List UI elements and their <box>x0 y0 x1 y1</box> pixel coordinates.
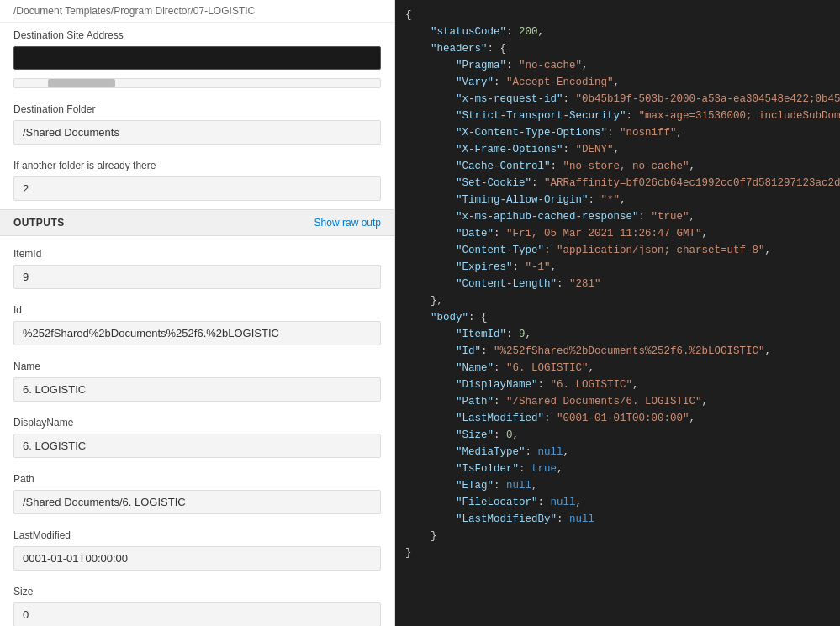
json-line: "Vary": "Accept-Encoding", <box>405 74 830 91</box>
json-line: "x-ms-request-id": "0b45b19f-503b-2000-a… <box>405 91 830 108</box>
json-line: "body": { <box>405 309 830 326</box>
json-line: "Strict-Transport-Security": "max-age=31… <box>405 108 830 124</box>
json-line: "IsFolder": true, <box>405 460 830 477</box>
json-line: "x-ms-apihub-cached-response": "true", <box>405 208 830 225</box>
json-line: "ETag": null, <box>405 477 830 494</box>
json-line: } <box>405 528 830 544</box>
json-line: "statusCode": 200, <box>405 24 830 40</box>
if-another-value: 2 <box>13 176 381 201</box>
json-line: "Size": 0, <box>405 427 830 444</box>
field-label-itemid: ItemId <box>0 241 394 263</box>
field-label-lastmodified: LastModified <box>0 523 394 544</box>
json-line: "Id": "%252fShared%2bDocuments%252f6.%2b… <box>405 343 830 360</box>
field-label-size: Size <box>0 579 394 601</box>
field-value-size: 0 <box>13 602 381 626</box>
json-line: "Expires": "-1", <box>405 259 830 276</box>
json-line: "Content-Length": "281" <box>405 276 830 292</box>
field-value-name: 6. LOGISTIC <box>13 377 381 402</box>
json-line: "LastModified": "0001-01-01T00:00:00", <box>405 410 830 427</box>
destination-site-input[interactable] <box>13 46 381 70</box>
json-line: "MediaType": null, <box>405 444 830 460</box>
json-line: { <box>405 7 830 24</box>
json-line: "headers": { <box>405 40 830 57</box>
field-label-id: Id <box>0 297 394 319</box>
json-line: "LastModifiedBy": null <box>405 511 830 528</box>
field-value-lastmodified: 0001-01-01T00:00:00 <box>13 546 381 571</box>
json-line: "X-Frame-Options": "DENY", <box>405 141 830 158</box>
field-label-name: Name <box>0 354 394 376</box>
json-line: }, <box>405 292 830 309</box>
json-line: "X-Content-Type-Options": "nosniff", <box>405 124 830 141</box>
breadcrumb: /Document Templates/Program Director/07-… <box>0 0 394 23</box>
destination-site-row <box>13 46 381 70</box>
destination-folder-value: /Shared Documents <box>13 120 381 145</box>
field-label-path: Path <box>0 466 394 488</box>
json-line: "Pragma": "no-cache", <box>405 57 830 74</box>
json-line: "Path": "/Shared Documents/6. LOGISTIC", <box>405 393 830 410</box>
field-value-path: /Shared Documents/6. LOGISTIC <box>13 490 381 514</box>
right-panel: { "statusCode": 200, "headers": { "Pragm… <box>395 0 840 626</box>
json-line: "Content-Type": "application/json; chars… <box>405 242 830 259</box>
json-line: "DisplayName": "6. LOGISTIC", <box>405 376 830 393</box>
show-raw-link[interactable]: Show raw outp <box>314 217 381 229</box>
field-value-id: %252fShared%2bDocuments%252f6.%2bLOGISTI… <box>13 321 381 345</box>
destination-site-label: Destination Site Address <box>0 23 394 45</box>
json-line: "Cache-Control": "no-store, no-cache", <box>405 158 830 175</box>
field-value-displayname: 6. LOGISTIC <box>13 434 381 458</box>
field-label-displayname: DisplayName <box>0 410 394 432</box>
json-line: } <box>405 544 830 561</box>
outputs-body: ItemId9Id%252fShared%2bDocuments%252f6.%… <box>0 236 394 626</box>
destination-folder-label: Destination Folder <box>0 97 394 118</box>
if-another-label: If another folder is already there <box>0 153 394 175</box>
json-line: "Date": "Fri, 05 Mar 2021 11:26:47 GMT", <box>405 225 830 242</box>
field-value-itemid: 9 <box>13 265 381 289</box>
horizontal-scrollbar[interactable] <box>13 78 381 88</box>
scrollbar-thumb <box>48 79 115 87</box>
left-panel: /Document Templates/Program Director/07-… <box>0 0 395 626</box>
json-line: "Timing-Allow-Origin": "*", <box>405 192 830 208</box>
json-line: "FileLocator": null, <box>405 494 830 511</box>
json-line: "ItemId": 9, <box>405 326 830 343</box>
json-line: "Set-Cookie": "ARRaffinity=bf026cb64ec19… <box>405 175 830 192</box>
outputs-title: OUTPUTS <box>13 217 65 229</box>
json-line: "Name": "6. LOGISTIC", <box>405 360 830 376</box>
outputs-header: OUTPUTS Show raw outp <box>0 209 394 236</box>
